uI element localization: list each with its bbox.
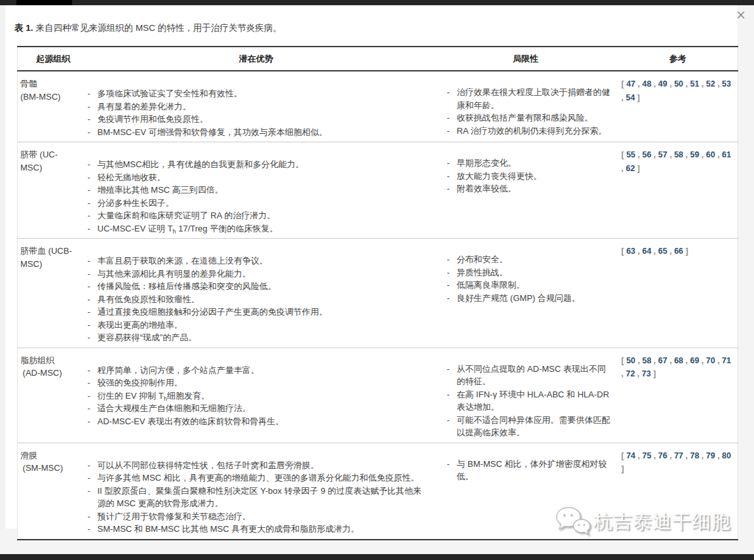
- reference-link[interactable]: 50: [674, 79, 683, 89]
- reference-link[interactable]: 76: [658, 451, 667, 460]
- reference-link[interactable]: 77: [674, 451, 683, 460]
- table-caption: 来自四种常见来源组织的 MSC 的特性，用于治疗关节炎疾病。: [36, 23, 282, 33]
- reference-link[interactable]: 69: [690, 356, 699, 365]
- reference-link[interactable]: 64: [642, 247, 651, 256]
- reference-link[interactable]: 74: [626, 451, 635, 460]
- bullet-list: -治疗效果在很大程度上取决于捐赠者的健康和年龄。-收获挑战包括产量有限和感染风险…: [446, 86, 614, 137]
- bullet-dash: -: [446, 157, 457, 170]
- advantages-cell: -与其他MSC相比，具有优越的自我更新和多分化能力。-轻松无痛地收获。-增殖率比…: [79, 142, 433, 239]
- bullet-dash: -: [446, 266, 457, 279]
- bullet-text: 传播风险低：移植后传播感染和突变的风险低。: [98, 280, 428, 293]
- bullet-text: 多项临床试验证实了安全性和有效性。: [98, 87, 428, 100]
- bullet-list: -可以从不同部位获得特定性状，包括子叶窝和盂唇旁滑膜。-与许多其他 MSC 相比…: [87, 459, 428, 536]
- reference-link[interactable]: 55: [626, 150, 635, 159]
- bullet-list: -与 BM-MSC 相比，体外扩增密度相对较低。: [446, 458, 614, 483]
- bullet-dash: -: [87, 254, 98, 268]
- reference-separator: ,: [667, 451, 674, 460]
- bullet-text: 预计广泛用于软骨修复和关节稳态治疗。: [98, 510, 428, 523]
- bullet-text: 低隔离良率限制。: [457, 279, 614, 292]
- reference-link[interactable]: 53: [722, 79, 731, 89]
- close-icon[interactable]: ×: [733, 7, 749, 22]
- bullet-dash: -: [446, 292, 457, 305]
- bullet-text: 丰富且易于获取的来源，在道德上没有争议。: [98, 254, 428, 268]
- bullet-text: 免疫调节作用和低免疫原性。: [98, 113, 428, 126]
- reference-link[interactable]: 56: [642, 150, 651, 159]
- origin-tissue-cell: 脂肪组织 (AD-MSC): [18, 348, 79, 443]
- bullet-item: -早期形态变化。: [446, 157, 614, 170]
- reference-link[interactable]: 73: [642, 369, 651, 378]
- reference-separator: ,: [635, 356, 642, 365]
- reference-link[interactable]: 63: [626, 247, 635, 256]
- reference-link[interactable]: 51: [690, 79, 699, 89]
- reference-separator: ,: [715, 79, 722, 89]
- bullet-text: 治疗效果在很大程度上取决于捐赠者的健康和年龄。: [457, 86, 614, 111]
- reference-link[interactable]: 70: [706, 356, 715, 365]
- table-body: 骨髓(BM-MSC)-多项临床试验证实了安全性和有效性。-具有显着的差异化潜力。…: [18, 71, 738, 540]
- bullet-item: -异质性挑战。: [446, 266, 614, 279]
- reference-link[interactable]: 67: [658, 356, 667, 365]
- reference-separator: ,: [651, 79, 658, 89]
- bullet-dash: -: [446, 388, 457, 414]
- bullet-item: -分布和安全。: [446, 253, 614, 266]
- bullet-item: -分泌多种生长因子。: [87, 197, 428, 210]
- reference-separator: ,: [651, 247, 658, 256]
- bullet-item: -BM-MSC-EV 可增强骨和软骨修复，其功效与亲本细胞相似。: [87, 126, 428, 139]
- reference-bracket: ]: [635, 164, 640, 173]
- reference-bracket: ]: [622, 464, 624, 473]
- bullet-dash: -: [87, 113, 98, 126]
- reference-link[interactable]: 71: [722, 356, 731, 365]
- references-cell: [ 55 , 56 , 57 , 58 , 59 , 60 , 61 , 62 …: [618, 142, 738, 239]
- header-limitations: 局限性: [433, 47, 618, 71]
- bullet-item: -传播风险低：移植后传播感染和突变的风险低。: [87, 280, 428, 293]
- bullet-dash: -: [87, 376, 98, 390]
- limitations-cell: -从不同位点提取的 AD-MSC 表现出不同的特征。-在高 IFN-γ 环境中 …: [433, 348, 618, 443]
- references-cell: [ 50 , 58 , 67 , 68 , 69 , 70 , 71 , 72 …: [618, 348, 738, 443]
- reference-link[interactable]: 72: [625, 369, 635, 378]
- reference-link[interactable]: 66: [674, 247, 683, 256]
- origin-tissue-cell: 滑膜 (SM-MSC): [18, 443, 79, 540]
- reference-link[interactable]: 48: [642, 79, 651, 89]
- reference-link[interactable]: 59: [690, 150, 699, 159]
- bullet-item: -与其他来源相比具有明显的差异化能力。: [87, 268, 428, 281]
- reference-link[interactable]: 60: [706, 150, 715, 159]
- reference-separator: ,: [651, 451, 658, 460]
- bullet-dash: -: [446, 125, 457, 138]
- bullet-dash: -: [87, 319, 98, 332]
- reference-link[interactable]: 75: [642, 451, 651, 460]
- limitations-cell: -早期形态变化。-放大能力丧失得更快。-附着效率较低。: [433, 142, 618, 239]
- reference-link[interactable]: 50: [626, 356, 635, 365]
- bullet-dash: -: [87, 510, 98, 523]
- reference-bracket: ]: [635, 93, 640, 102]
- bullet-item: -II 型胶原蛋白、聚集蛋白聚糖和性别决定区 Y-box 转录因子 9 的过度表…: [87, 485, 428, 510]
- reference-link[interactable]: 80: [722, 451, 731, 460]
- bullet-text: UC-MSC-EV 证明 Th 17/Treg 平衡的临床恢复。: [98, 222, 428, 235]
- reference-link[interactable]: 58: [674, 150, 683, 159]
- reference-link[interactable]: 79: [706, 451, 715, 460]
- bullet-item: -预计广泛用于软骨修复和关节稳态治疗。: [87, 510, 428, 523]
- reference-link[interactable]: 62: [625, 164, 635, 173]
- bullet-item: -从不同位点提取的 AD-MSC 表现出不同的特征。: [446, 363, 614, 388]
- bullet-item: -与许多其他 MSC 相比，具有更高的增殖能力、更强的多谱系分化能力和低免疫原性…: [87, 471, 428, 485]
- bullet-dash: -: [87, 268, 98, 281]
- reference-link[interactable]: 49: [658, 79, 667, 89]
- reference-separator: ,: [699, 150, 705, 159]
- reference-link[interactable]: 68: [674, 356, 683, 365]
- reference-link[interactable]: 65: [658, 247, 667, 256]
- bullet-text: 表现出更高的增殖率。: [98, 319, 428, 332]
- bullet-item: -免疫调节作用和低免疫原性。: [87, 113, 428, 126]
- header-references: 参考: [618, 47, 738, 71]
- reference-separator: ,: [635, 150, 642, 159]
- reference-link[interactable]: 58: [642, 356, 651, 365]
- bullet-text: BM-MSC-EV 可增强骨和软骨修复，其功效与亲本细胞相似。: [98, 126, 428, 139]
- reference-link[interactable]: 78: [690, 451, 699, 460]
- reference-separator: ,: [667, 356, 674, 365]
- bullet-text: 大量临床前和临床研究证明了 RA 的治疗潜力。: [98, 209, 428, 222]
- reference-link[interactable]: 52: [706, 79, 715, 89]
- reference-link[interactable]: 61: [722, 150, 731, 159]
- reference-link[interactable]: 54: [625, 93, 635, 102]
- reference-link[interactable]: 47: [626, 79, 635, 89]
- bullet-dash: -: [87, 184, 98, 197]
- reference-bracket: [: [622, 79, 627, 89]
- reference-link[interactable]: 57: [658, 150, 667, 159]
- reference-separator: ,: [635, 451, 642, 460]
